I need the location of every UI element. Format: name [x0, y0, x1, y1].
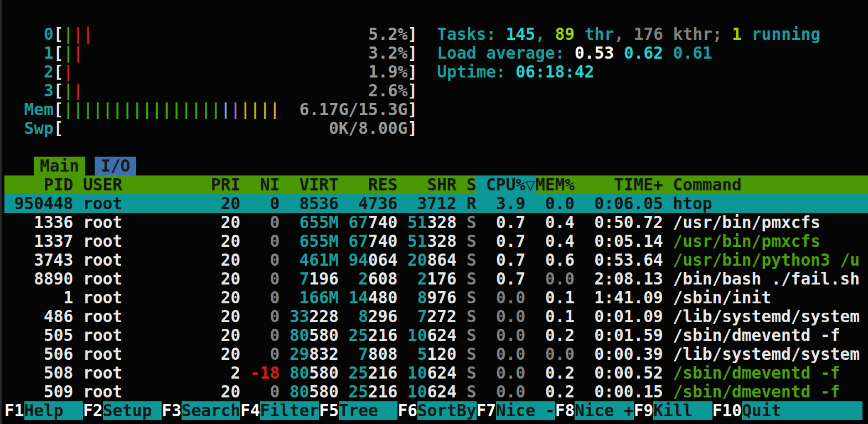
mem-kb-digits: 976 — [427, 288, 457, 307]
cell-user: root — [83, 232, 201, 251]
mem-kb-digits: 296 — [368, 307, 397, 326]
column-header-mem[interactable]: MEM% — [535, 175, 575, 194]
cell-cpu-percent: 0.0 — [486, 307, 525, 326]
meter-bar-green: |||||||||||||||| — [64, 100, 221, 119]
cell-time: 0:06.05 — [585, 194, 663, 213]
cell-time: 0:01.59 — [585, 326, 663, 345]
mem-mb-digits: 2 — [358, 270, 368, 288]
mem-mb-digits: 461M — [299, 251, 339, 270]
cell-user: root — [83, 382, 201, 401]
process-row[interactable]: 505root200805802521610624S0.00.20:01.59/… — [4, 326, 868, 345]
column-header-virt[interactable]: VIRT — [290, 175, 339, 194]
process-row[interactable]: 1336root200655M6774051328S0.70.40:50.72/… — [4, 213, 868, 232]
fkey-f4-filter[interactable]: F4Filter — [240, 401, 319, 420]
cell-state: S — [467, 270, 477, 288]
info-segment: 0.53 — [575, 44, 624, 63]
cell-user: root — [83, 364, 201, 382]
swp-meter: Swp[0K/8.00G] — [4, 119, 417, 138]
fkey-f8-nice[interactable]: F8Nice + — [555, 401, 634, 420]
mem-mb-digits: 10 — [407, 382, 427, 401]
mem-mb-digits: 10 — [407, 364, 427, 382]
meter-open-bracket: [ — [54, 63, 64, 81]
meter-bar-green: | — [64, 44, 74, 63]
process-row[interactable]: 508root2-18805802521610624S0.00.20:00.52… — [4, 364, 868, 382]
cell-command: /sbin/dmeventd -f — [673, 382, 868, 401]
fkey-f6-sortby[interactable]: F6SortBy — [397, 401, 476, 420]
cell-time: 0:00.15 — [585, 382, 663, 401]
fkey-label: Help — [24, 401, 84, 420]
mem-kb-digits: 328 — [427, 213, 457, 232]
mem-kb-digits: 740 — [368, 232, 397, 251]
mem-mb-digits: 3 — [417, 194, 427, 213]
column-header-s[interactable]: S — [467, 175, 477, 194]
cell-time: 2:08.13 — [585, 270, 663, 288]
cell-ni: 0 — [250, 382, 280, 401]
column-header-pid[interactable]: PID — [4, 175, 73, 194]
process-row[interactable]: 486root2003322882967272S0.00.10:01.09/li… — [4, 307, 868, 326]
cell-pid: 950448 — [4, 194, 73, 213]
cell-command: htop — [673, 194, 868, 213]
cell-mem-percent: 0.0 — [535, 194, 575, 213]
mem-mb-digits: 67 — [349, 232, 369, 251]
cell-mem-percent: 0.2 — [535, 326, 575, 345]
column-header-user[interactable]: USER — [83, 175, 201, 194]
cell-virt: 8536 — [290, 194, 339, 213]
process-row[interactable]: 1337root200655M6774051328S0.70.40:05.14/… — [4, 232, 868, 251]
meter-bars: | — [64, 63, 74, 81]
cell-cpu-percent: 0.0 — [486, 326, 525, 345]
mem-mb-digits: 655M — [299, 213, 339, 232]
meter-bar-green: | — [64, 81, 74, 100]
fkey-f5-tree[interactable]: F5Tree — [319, 401, 397, 420]
tab-io[interactable]: I/O — [95, 157, 136, 175]
fkey-f9-kill[interactable]: F9Kill — [634, 401, 712, 420]
column-header-ni[interactable]: NI — [250, 175, 280, 194]
tab-main[interactable]: Main — [34, 157, 85, 175]
fkey-f1-help[interactable]: F1Help — [4, 401, 83, 420]
mem-mb-digits: 8 — [299, 194, 309, 213]
info-segment: thr — [575, 25, 614, 44]
process-row-selected[interactable]: 950448root200853647363712R3.90.00:06.05h… — [4, 194, 868, 213]
fkey-f3-search[interactable]: F3Search — [162, 401, 240, 420]
fkey-f10-quit[interactable]: F10Quit — [712, 401, 862, 420]
tasks-summary-line: Tasks: 145, 89 thr, 176 kthr; 1 running — [437, 25, 868, 44]
process-row[interactable]: 1root200166M144808976S0.00.11:41.09/sbin… — [4, 288, 868, 307]
cell-pid: 486 — [4, 307, 73, 326]
fkey-label: Nice + — [575, 401, 634, 420]
column-header-command[interactable]: Command — [673, 175, 868, 194]
column-header-pri[interactable]: PRI — [211, 175, 240, 194]
column-header-shr[interactable]: SHR — [407, 175, 457, 194]
info-segment: 89 — [555, 25, 575, 44]
cell-time: 0:00.39 — [585, 345, 663, 364]
process-row[interactable]: 3743root200461M9406420864S0.70.60:53.64/… — [4, 251, 868, 270]
htop-terminal: 0[|||5.2%]1[||3.2%]2[|1.9%]3[||2.6%]Mem[… — [0, 0, 868, 424]
mem-mb-digits: 7 — [299, 270, 309, 288]
cell-command: /usr/bin/pmxcfs — [673, 213, 868, 232]
process-row[interactable]: 8890root200719626082176S0.70.02:08.13/bi… — [4, 270, 868, 288]
mem-mb-digits: 25 — [349, 364, 369, 382]
cell-state: S — [467, 382, 477, 401]
process-row[interactable]: 506root2002983278085120S0.00.00:00.39/li… — [4, 345, 868, 364]
column-header-cpu[interactable]: CPU%▽ — [476, 175, 535, 194]
column-header-res[interactable]: RES — [349, 175, 398, 194]
fkey-f7-nice[interactable]: F7Nice - — [477, 401, 555, 420]
column-header-time[interactable]: TIME+ — [585, 175, 663, 194]
cell-mem-percent: 0.6 — [535, 251, 575, 270]
cell-res: 25216 — [349, 382, 398, 401]
mem-mb-digits: 29 — [290, 345, 309, 364]
cell-shr: 20864 — [407, 251, 457, 270]
cpu-meter-0: 0[|||5.2%] — [4, 25, 417, 44]
process-row[interactable]: 509root200805802521610624S0.00.20:00.15/… — [4, 382, 868, 401]
mem-kb-digits: 536 — [309, 194, 339, 213]
cell-cpu-percent: 3.9 — [486, 194, 525, 213]
mem-mb-digits: 25 — [349, 382, 369, 401]
mem-mb-digits: 7 — [358, 345, 368, 364]
cell-state: S — [467, 345, 477, 364]
mem-kb-digits: 328 — [427, 232, 457, 251]
mem-kb-digits: 624 — [427, 364, 457, 382]
cell-shr: 3712 — [407, 194, 457, 213]
mem-mb-digits: 14 — [349, 288, 369, 307]
cell-time: 1:41.09 — [585, 288, 663, 307]
cell-pri: 20 — [211, 288, 240, 307]
fkey-f2-setup[interactable]: F2Setup — [83, 401, 162, 420]
cell-res: 2608 — [349, 270, 398, 288]
